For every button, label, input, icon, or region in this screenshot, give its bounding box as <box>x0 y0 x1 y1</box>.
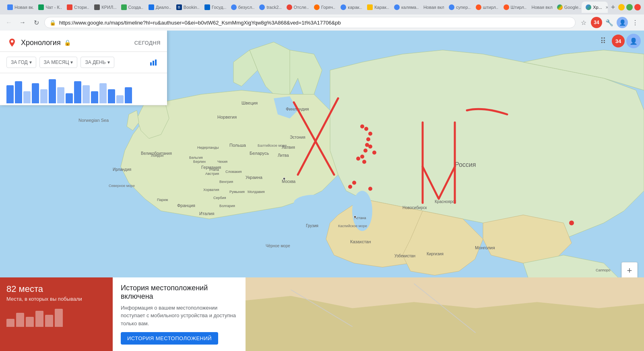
svg-text:Чёрное море: Чёрное море <box>266 244 290 248</box>
chart-bar[interactable] <box>91 91 98 103</box>
chart-bar[interactable] <box>108 89 115 103</box>
chart-bar[interactable] <box>116 95 124 103</box>
svg-text:Каспийское море: Каспийское море <box>338 224 367 228</box>
address-bar-row: ← → ↻ 🔒 https://www.google.ru/maps/timel… <box>0 14 644 31</box>
tab-shtirl1[interactable]: штирл... <box>472 2 499 13</box>
year-period-button[interactable]: ЗА ГОД ▾ <box>6 57 36 68</box>
svg-text:Эстония: Эстония <box>290 135 305 140</box>
maximize-button[interactable] <box>626 4 633 10</box>
refresh-button[interactable]: ↻ <box>31 17 42 28</box>
panel-lock-icon[interactable]: 🔒 <box>64 39 71 46</box>
tab-dialo[interactable]: Диало... <box>144 2 171 13</box>
tab-karak1[interactable]: карак... <box>336 2 362 13</box>
user-avatar[interactable]: 👤 <box>626 34 641 48</box>
new-tab-button[interactable]: + <box>609 2 617 13</box>
zoom-in-button[interactable]: + <box>621 262 638 278</box>
chart-bar[interactable] <box>23 91 31 103</box>
svg-text:Литва: Литва <box>278 153 289 158</box>
address-bar[interactable]: 🔒 https://www.google.ru/maps/timeline?hl… <box>44 17 576 28</box>
chart-bar[interactable] <box>57 87 64 103</box>
chart-bar[interactable] <box>99 83 107 103</box>
svg-text:Новосибирск: Новосибирск <box>402 205 427 210</box>
month-period-button[interactable]: ЗА МЕСЯЦ ▾ <box>39 57 78 68</box>
places-bar-4 <box>35 311 43 327</box>
chart-bar[interactable] <box>49 79 56 103</box>
user-button[interactable]: 34 <box>591 17 602 28</box>
google-maps-logo <box>6 37 18 48</box>
day-period-button[interactable]: ЗА ДЕНЬ ▾ <box>80 57 114 68</box>
tab-otsle[interactable]: Отсле... <box>283 2 309 13</box>
svg-text:Грузия: Грузия <box>306 224 318 228</box>
bottom-map-svg <box>246 277 644 351</box>
tab-close-icon[interactable]: ✕ <box>605 5 608 10</box>
today-button[interactable]: СЕГОДНЯ <box>134 40 161 46</box>
lock-icon: 🔒 <box>50 20 56 26</box>
tab-stori[interactable]: Стори... <box>63 2 89 13</box>
chart-bar[interactable] <box>40 89 47 103</box>
svg-point-38 <box>354 216 356 218</box>
places-bar-1 <box>6 319 14 327</box>
svg-point-55 <box>368 132 372 136</box>
svg-text:Россия: Россия <box>455 161 476 168</box>
svg-text:Praha: Praha <box>209 168 219 172</box>
chart-bar[interactable] <box>15 81 22 103</box>
svg-text:Хорватия: Хорватия <box>203 188 219 192</box>
svg-point-63 <box>356 157 360 161</box>
chevron-down-icon: ▾ <box>70 60 73 65</box>
tab-nova1[interactable]: Новая вкл <box>3 2 33 13</box>
panel-title: Хронология <box>21 39 61 47</box>
location-history-button[interactable]: ИСТОРИЯ МЕСТОПОЛОЖЕНИЙ <box>121 332 218 345</box>
profile-avatar[interactable]: 👤 <box>617 17 628 28</box>
forward-button[interactable]: → <box>17 17 28 28</box>
tab-karak2[interactable]: Карак... <box>363 2 389 13</box>
tab-super[interactable]: супер... <box>445 2 471 13</box>
location-history-title: История местоположений включена <box>121 284 237 301</box>
tab-booking[interactable]: B Bookin... <box>172 2 200 13</box>
svg-text:Сербия: Сербия <box>213 196 226 200</box>
close-button[interactable] <box>634 4 641 10</box>
tab-shtirl2[interactable]: Штирл... <box>500 2 527 13</box>
tab-kaly[interactable]: каляма... <box>390 2 419 13</box>
chart-bar[interactable] <box>32 83 39 103</box>
chart-area <box>0 73 167 105</box>
panel-title-area: Хронология 🔒 <box>6 37 71 48</box>
extension-button[interactable]: 🔧 <box>604 17 615 28</box>
tab-gosud[interactable]: Госуд... <box>200 2 226 13</box>
tab-nova2[interactable]: Новая вкл <box>419 2 444 13</box>
chart-bar[interactable] <box>83 85 90 103</box>
svg-text:Чехия: Чехия <box>217 160 227 164</box>
back-button[interactable]: ← <box>3 17 14 28</box>
svg-text:Саппоро: Саппоро <box>596 268 610 272</box>
bookmark-button[interactable]: ☆ <box>578 17 589 28</box>
tab-chat[interactable]: Чат - К... <box>34 2 62 13</box>
google-apps-button[interactable]: ⠿ <box>596 34 610 48</box>
menu-button[interactable]: ⋮ <box>630 17 641 28</box>
svg-text:Молдавия: Молдавия <box>248 190 265 194</box>
tab-kril[interactable]: КРИЛ... <box>90 2 116 13</box>
svg-text:Красноярск: Красноярск <box>435 199 456 204</box>
tab-google2[interactable]: Google... <box>553 2 581 13</box>
tab-track[interactable]: track2... <box>255 2 281 13</box>
svg-point-56 <box>366 138 370 142</box>
chart-bar[interactable] <box>6 85 14 103</box>
chevron-down-icon: ▾ <box>107 60 110 65</box>
bottom-middle-panel: История местоположений включена Информац… <box>113 277 246 351</box>
svg-text:Монголия: Монголия <box>475 245 495 250</box>
bottom-panels: 82 места Места, в которых вы побывали Ис… <box>0 277 644 351</box>
chart-bar[interactable] <box>66 93 73 103</box>
chart-view-button[interactable] <box>146 55 161 70</box>
svg-rect-74 <box>155 60 157 66</box>
svg-point-53 <box>360 125 364 129</box>
tab-goryach[interactable]: Горяч... <box>310 2 336 13</box>
bottom-left-panel[interactable]: 82 места Места, в которых вы побывали <box>0 277 113 351</box>
svg-text:Балтийское море: Балтийское море <box>258 144 287 148</box>
chart-bar[interactable] <box>74 81 81 103</box>
tab-nova3[interactable]: Новая вкл <box>527 2 552 13</box>
tab-sozda[interactable]: Созда... <box>117 2 144 13</box>
chart-bar[interactable] <box>125 87 132 103</box>
account-icon[interactable]: 34 <box>612 35 625 47</box>
minimize-button[interactable] <box>618 4 625 10</box>
tab-chrome-active[interactable]: Хр... ✕ <box>582 2 608 13</box>
tab-google1[interactable]: безусл... <box>227 2 255 13</box>
svg-text:Беларусь: Беларусь <box>250 151 269 156</box>
